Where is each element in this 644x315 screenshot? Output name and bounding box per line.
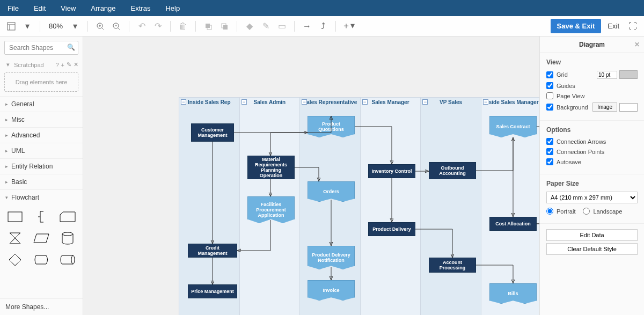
category-entity-relation[interactable]: Entity Relation xyxy=(0,158,83,174)
redo-icon[interactable]: ↷ xyxy=(151,19,165,33)
shape-card[interactable] xyxy=(56,208,78,225)
node-mrp[interactable]: Material Requirements Planning Operation xyxy=(247,156,295,179)
menu-extras[interactable]: Extras xyxy=(131,4,151,12)
more-shapes-button[interactable]: More Shapes... xyxy=(0,298,83,315)
lane-header[interactable]: Sales Admin xyxy=(254,99,286,105)
zoom-in-icon[interactable] xyxy=(93,19,107,33)
close-scratch-icon[interactable]: ✕ xyxy=(74,61,78,68)
svg-rect-12 xyxy=(223,25,228,30)
shape-cylinder[interactable] xyxy=(56,230,78,247)
to-front-icon[interactable] xyxy=(201,19,215,33)
save-exit-button[interactable]: Save & Exit xyxy=(551,19,602,33)
edit-data-button[interactable]: Edit Data xyxy=(546,229,638,241)
background-checkbox[interactable] xyxy=(546,104,553,111)
node-cost-alloc[interactable]: Cost Allocation xyxy=(489,217,537,231)
node-bills[interactable]: Bills xyxy=(489,283,537,304)
category-basic[interactable]: Basic xyxy=(0,174,83,189)
clear-style-button[interactable]: Clear Default Style xyxy=(546,243,638,255)
lane-header[interactable]: Sales Manager xyxy=(372,99,409,105)
dropdown-icon[interactable]: ▾ xyxy=(20,19,34,33)
zoom-level[interactable]: 80% xyxy=(46,22,66,30)
shape-cylinder-h[interactable] xyxy=(56,251,78,268)
shape-parallelogram[interactable] xyxy=(31,230,53,247)
undo-icon[interactable]: ↶ xyxy=(135,19,149,33)
collapse-lane-icon[interactable]: − xyxy=(181,99,186,105)
autosave-checkbox[interactable] xyxy=(546,158,553,165)
node-customer-mgmt[interactable]: Customer Management xyxy=(191,123,234,142)
category-misc[interactable]: Misc xyxy=(0,112,83,127)
exit-button[interactable]: Exit xyxy=(603,19,624,33)
menu-view[interactable]: View xyxy=(61,4,76,12)
node-prod-quot[interactable]: Product Quotations xyxy=(308,116,355,137)
menu-file[interactable]: File xyxy=(8,4,19,12)
collapse-lane-icon[interactable]: − xyxy=(302,99,307,105)
node-fpa[interactable]: Facilities Procurement Application xyxy=(247,196,295,223)
zoom-dropdown-icon[interactable]: ▾ xyxy=(68,19,82,33)
close-panel-icon[interactable]: ✕ xyxy=(634,41,640,48)
grid-color-swatch[interactable] xyxy=(619,70,638,79)
node-price-mgmt[interactable]: Price Management xyxy=(188,284,237,298)
category-advanced[interactable]: Advanced xyxy=(0,127,83,143)
scratchpad-dropzone[interactable]: Drag elements here xyxy=(4,72,78,92)
edit-scratch-icon[interactable]: ✎ xyxy=(67,61,71,68)
node-credit-mgmt[interactable]: Credit Management xyxy=(188,244,237,258)
fill-color-icon[interactable]: ◆ xyxy=(243,19,257,33)
conn-points-checkbox[interactable] xyxy=(546,148,553,155)
shape-hourglass[interactable] xyxy=(4,230,26,247)
shape-rect[interactable] xyxy=(4,208,26,225)
portrait-radio[interactable] xyxy=(546,208,553,215)
shape-diamond[interactable] xyxy=(4,251,26,268)
menu-help[interactable]: Help xyxy=(165,4,180,12)
help-icon[interactable]: ? xyxy=(55,62,58,68)
collapse-lane-icon[interactable]: − xyxy=(483,99,488,105)
guides-checkbox[interactable] xyxy=(546,82,553,89)
category-flowchart[interactable]: Flowchart xyxy=(0,189,83,205)
canvas[interactable]: −Inside Sales Rep −Sales Admin −Sales Re… xyxy=(83,36,539,315)
pageview-checkbox[interactable] xyxy=(546,92,553,99)
grid-checkbox[interactable] xyxy=(546,71,553,78)
to-back-icon[interactable] xyxy=(217,19,231,33)
grid-size-input[interactable] xyxy=(597,71,617,79)
search-icon[interactable]: 🔍 xyxy=(67,43,75,51)
view-mode-button[interactable] xyxy=(4,19,18,33)
conn-arrows-label: Connection Arrows xyxy=(557,138,606,145)
fullscreen-icon[interactable]: ⛶ xyxy=(626,19,640,33)
lane-header[interactable]: Sales Representative xyxy=(303,99,357,105)
category-uml[interactable]: UML xyxy=(0,143,83,158)
menu-edit[interactable]: Edit xyxy=(34,4,46,12)
lane-header[interactable]: Inside Sales Manager xyxy=(484,99,539,105)
node-inv-ctrl[interactable]: Inventory Control xyxy=(368,164,415,178)
image-button[interactable]: Image xyxy=(592,102,617,112)
shape-bracket[interactable] xyxy=(31,208,53,225)
node-sales-contract[interactable]: Sales Contract xyxy=(489,116,537,137)
node-acct-proc[interactable]: Account Processing xyxy=(429,258,476,273)
shape-display[interactable] xyxy=(31,251,53,268)
swimlane-container[interactable]: −Inside Sales Rep −Sales Admin −Sales Re… xyxy=(179,97,539,315)
add-icon[interactable]: ＋▾ xyxy=(341,19,355,33)
node-prod-deliv[interactable]: Product Delivery xyxy=(368,222,415,236)
collapse-lane-icon[interactable]: − xyxy=(241,99,247,105)
collapse-lane-icon[interactable]: − xyxy=(362,99,368,105)
node-outbound-acct[interactable]: Outbound Accounting xyxy=(429,162,476,179)
node-pdn[interactable]: Product Delivery Notification xyxy=(308,246,355,269)
shadow-icon[interactable]: ▭ xyxy=(275,19,289,33)
toolbar: ▾ 80% ▾ ↶ ↷ 🗑 ◆ ✎ ▭ → ⤴ ＋▾ Save & Exit E… xyxy=(0,16,644,36)
conn-arrows-checkbox[interactable] xyxy=(546,138,553,145)
line-color-icon[interactable]: ✎ xyxy=(259,19,273,33)
collapse-lane-icon[interactable]: − xyxy=(422,99,428,105)
bg-color-swatch[interactable] xyxy=(619,103,638,112)
add-scratch-icon[interactable]: + xyxy=(61,62,64,68)
collapse-icon[interactable]: ▾ xyxy=(6,61,10,68)
menu-arrange[interactable]: Arrange xyxy=(91,4,115,12)
connection-icon[interactable]: → xyxy=(300,19,314,33)
landscape-radio[interactable] xyxy=(583,208,590,215)
paper-size-select[interactable]: A4 (210 mm x 297 mm) xyxy=(546,192,638,203)
zoom-out-icon[interactable] xyxy=(109,19,123,33)
lane-header[interactable]: Inside Sales Rep xyxy=(188,99,230,105)
waypoint-icon[interactable]: ⤴ xyxy=(316,19,330,33)
delete-icon[interactable]: 🗑 xyxy=(176,19,190,33)
lane-header[interactable]: VP Sales xyxy=(440,99,462,105)
category-general[interactable]: General xyxy=(0,96,83,112)
node-invoice[interactable]: Invoice xyxy=(308,280,355,301)
node-orders[interactable]: Orders xyxy=(308,181,355,202)
